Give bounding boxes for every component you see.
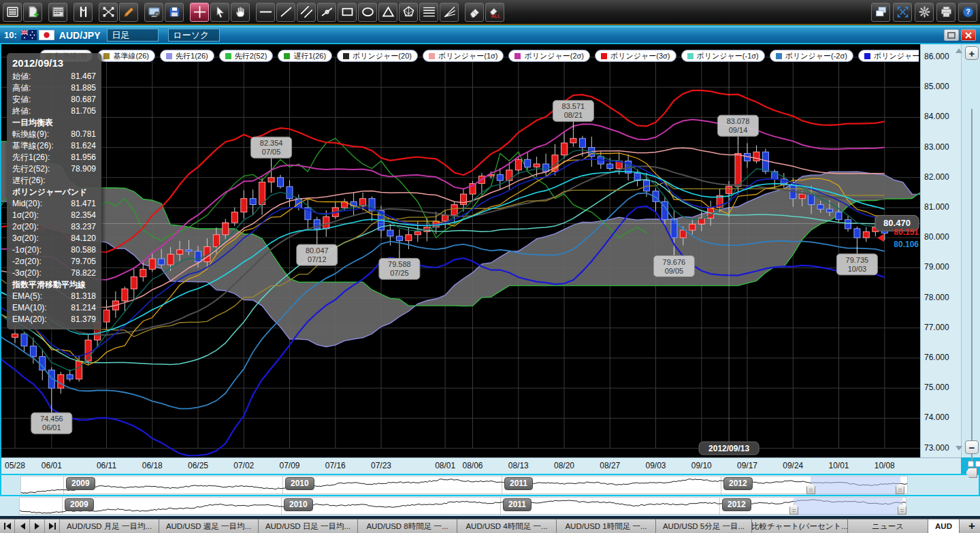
fan-lines-icon[interactable] [440, 3, 459, 22]
page-add-icon[interactable] [23, 3, 42, 22]
compare-icon[interactable] [74, 3, 93, 22]
tooltip-section-header: 一目均衡表 [12, 117, 96, 129]
price-tick-label: 79.000 [924, 262, 949, 272]
tooltip-row: 始値:81.467 [12, 71, 96, 82]
legend-chip-6[interactable]: ボリンジャー(1σ) [423, 50, 504, 62]
calendar-icon[interactable] [48, 3, 67, 22]
legend-chip-9[interactable]: ボリンジャー(-1σ) [681, 50, 765, 62]
chart-tab-bar: AUD/USD 月足 一目均...AUD/USD 週足 一目均...AUD/US… [0, 519, 980, 533]
date-tick-label: 06/01 [42, 461, 62, 470]
legend-chip-3[interactable]: 先行2(52) [219, 50, 274, 62]
crosshair-icon[interactable] [190, 3, 209, 22]
timeline-track-active[interactable] [20, 476, 908, 494]
tooltip-row: 高値:81.885 [12, 82, 96, 94]
chart-tab-4[interactable]: AUD/USD 4時間足 一... [457, 519, 557, 533]
year-label-2009: 2009 [66, 477, 95, 490]
tab-nav-last[interactable] [45, 519, 60, 533]
chart-tab-2[interactable]: AUD/USD 日足 一目均... [259, 519, 358, 533]
polygon-icon[interactable] [399, 3, 418, 22]
price-tick-label: 76.000 [924, 353, 949, 362]
list-icon[interactable] [3, 3, 22, 22]
legend-chip-5[interactable]: ボリンジャー(20) [337, 50, 418, 62]
chart-tab-7[interactable]: 比較チャート(パーセント... [752, 519, 848, 533]
erase-all-icon[interactable]: ALL [485, 3, 504, 22]
chart-tab-5[interactable]: AUD/USD 1時間足 一... [557, 519, 656, 533]
svg-text:07/12: 07/12 [308, 255, 327, 263]
horizontal-line-icon[interactable] [256, 3, 275, 22]
legend-chip-2[interactable]: 先行1(26) [160, 50, 214, 62]
candlestick-chart[interactable]: 74.45606/0182.35407/0580.04707/1279.5880… [1, 44, 920, 457]
timeframe-selector[interactable]: 日足 [107, 29, 159, 42]
add-chart-tab-button[interactable]: + [964, 519, 980, 533]
ellipse-icon[interactable] [358, 3, 377, 22]
chart-tab-8[interactable]: ニュース [848, 519, 928, 533]
toolbar-group [144, 3, 184, 22]
parallel-lines-icon[interactable] [297, 3, 316, 22]
legend-chip-1[interactable]: 基準線(26) [97, 50, 155, 62]
settings-icon[interactable] [915, 3, 934, 22]
trend-line-icon[interactable] [276, 3, 295, 22]
tooltip-date: 2012/09/13 [12, 57, 96, 69]
tab-nav-prev[interactable] [15, 519, 30, 533]
date-axis[interactable]: 05/2806/0106/1106/1806/2507/0207/0907/16… [1, 457, 961, 474]
date-tick-label: 07/09 [279, 461, 299, 470]
legend-chip-10[interactable]: ボリンジャー(-2σ) [770, 50, 853, 62]
zoom-out-button[interactable]: − [965, 440, 979, 454]
legend-chip-7[interactable]: ボリンジャー(2σ) [508, 50, 590, 62]
angle-line-icon[interactable] [317, 3, 336, 22]
tooltip-row: 安値:80.687 [12, 94, 96, 106]
date-tick-label: 06/25 [188, 461, 208, 470]
save-icon[interactable] [165, 3, 184, 22]
axis-corner-widget[interactable] [975, 461, 980, 467]
node-graph-icon[interactable] [99, 3, 118, 22]
rectangle-icon[interactable] [338, 3, 357, 22]
print-icon[interactable] [936, 3, 956, 22]
svg-text:2012/09/13: 2012/09/13 [708, 444, 749, 453]
year-label-2010: 2010 [285, 477, 314, 490]
tooltip-row: EMA(20):81.379 [12, 314, 96, 325]
price-scroll-down-arrow[interactable] [956, 446, 962, 451]
toolbar-group [99, 3, 138, 22]
tab-nav-first[interactable] [0, 519, 15, 533]
close-window-button[interactable] [961, 29, 976, 41]
chart-type-selector[interactable]: ローソク [168, 29, 220, 42]
fullscreen-icon[interactable] [893, 3, 912, 22]
pencil-icon[interactable] [119, 3, 138, 22]
date-tick-label: 10/01 [828, 461, 849, 470]
legend-label: ボリンジャー(1σ) [438, 51, 498, 61]
eraser-icon[interactable] [465, 3, 484, 22]
legend-chip-8[interactable]: ボリンジャー(3σ) [595, 50, 676, 62]
timeline-track-secondary[interactable] [19, 497, 906, 515]
windows-icon[interactable] [871, 3, 890, 22]
timeline-strip-secondary[interactable]: 2009201020112012 [0, 496, 980, 516]
axis-corner-widget[interactable] [968, 461, 974, 467]
chart-tab-0[interactable]: AUD/USD 月足 一目均... [60, 519, 159, 533]
timeline-selection-secondary[interactable] [794, 498, 902, 515]
tooltip-row: -2σ(20):79.705 [12, 256, 96, 268]
chart-tab-9[interactable]: AUD [928, 519, 960, 533]
chart-tab-3[interactable]: AUD/USD 8時間足 一... [358, 519, 457, 533]
price-axis[interactable]: 86.00085.00084.00083.00082.00081.00080.0… [920, 44, 961, 457]
indicator-tooltip: 2012/09/13始値:81.467高値:81.885安値:80.687終値:… [7, 53, 101, 329]
svg-text:10/03: 10/03 [848, 265, 867, 273]
chart-tab-1[interactable]: AUD/USD 週足 一目均... [159, 519, 259, 533]
timeline-selection-active[interactable] [811, 477, 900, 495]
trading-app: ALL? 10: AUD/JPY 日足 ローソク 74.45606/0182.3… [0, 0, 980, 533]
timeline-strip-active[interactable]: 2009201020112012 [0, 474, 980, 496]
zoom-slider-track[interactable] [971, 109, 973, 466]
legend-chip-4[interactable]: 遅行1(26) [278, 50, 332, 62]
svg-text:83.078: 83.078 [727, 117, 750, 125]
cursor-icon[interactable] [210, 3, 229, 22]
price-tick-label: 74.000 [924, 413, 949, 422]
restore-window-button[interactable] [944, 29, 959, 41]
price-scroll-up-arrow[interactable] [956, 48, 962, 53]
legend-chip-11[interactable]: ボリンジャー(-3σ) [858, 50, 919, 62]
hand-icon[interactable] [231, 3, 250, 22]
triangle-icon[interactable] [378, 3, 397, 22]
tab-nav-next[interactable] [30, 519, 45, 533]
zoom-in-button[interactable]: + [965, 46, 979, 60]
panel-settings-icon[interactable] [144, 3, 163, 22]
fibonacci-lines-icon[interactable] [419, 3, 438, 22]
help-icon[interactable]: ? [958, 3, 977, 22]
chart-tab-6[interactable]: AUD/USD 5分足 一目... [656, 519, 752, 533]
